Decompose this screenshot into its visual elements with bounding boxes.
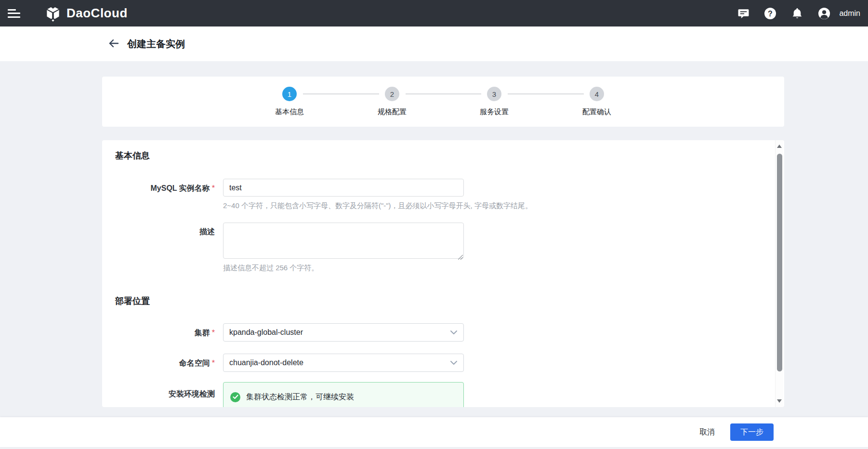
description-label: 描述 bbox=[102, 227, 218, 237]
chevron-down-icon bbox=[450, 330, 458, 335]
menu-toggle-icon[interactable] bbox=[8, 9, 20, 18]
next-step-button[interactable]: 下一步 bbox=[730, 423, 774, 441]
step-label: 基本信息 bbox=[251, 107, 328, 117]
cluster-label: 集群* bbox=[102, 328, 218, 338]
help-icon[interactable]: ? bbox=[764, 7, 776, 20]
namespace-label: 命名空间* bbox=[102, 358, 218, 369]
step-label: 规格配置 bbox=[354, 107, 431, 117]
step-label: 服务设置 bbox=[456, 107, 533, 117]
description-helper: 描述信息不超过 256 个字符。 bbox=[223, 264, 318, 273]
screen: DaoCloud ? bbox=[0, 0, 868, 449]
step-spec-config[interactable]: 2 规格配置 bbox=[354, 87, 431, 117]
svg-text:?: ? bbox=[768, 9, 773, 17]
page-title: 创建主备实例 bbox=[127, 38, 185, 51]
arrow-left-icon bbox=[108, 39, 119, 50]
required-mark: * bbox=[212, 359, 215, 367]
cluster-select-value: kpanda-global-cluster bbox=[229, 328, 303, 337]
step-number: 3 bbox=[487, 87, 501, 101]
step-basic-info[interactable]: 1 基本信息 bbox=[251, 87, 328, 117]
avatar[interactable] bbox=[818, 7, 830, 20]
scrollbar-thumb[interactable] bbox=[777, 154, 782, 371]
env-check-label: 安装环境检测 bbox=[102, 389, 218, 399]
back-button[interactable] bbox=[107, 37, 120, 51]
footer-actions: 取消 下一步 bbox=[0, 417, 868, 447]
required-mark: * bbox=[212, 184, 215, 192]
cluster-select[interactable]: kpanda-global-cluster bbox=[223, 323, 464, 342]
instance-name-label: MySQL 实例名称* bbox=[102, 184, 218, 194]
instance-name-helper: 2~40 个字符，只能包含小写字母、数字及分隔符("-")，且必须以小写字母开头… bbox=[223, 201, 532, 211]
step-number: 4 bbox=[590, 87, 604, 101]
step-confirm[interactable]: 4 配置确认 bbox=[558, 87, 635, 117]
username[interactable]: admin bbox=[839, 9, 860, 18]
env-check-result: 集群状态检测正常，可继续安装 bbox=[223, 382, 464, 407]
chevron-down-icon bbox=[450, 360, 458, 365]
section-deploy-location: 部署位置 bbox=[115, 295, 150, 307]
scroll-down-arrow-icon[interactable] bbox=[777, 399, 782, 403]
step-number: 2 bbox=[385, 87, 399, 101]
check-circle-icon bbox=[230, 392, 240, 402]
daocloud-cube-icon bbox=[44, 5, 62, 22]
instance-name-input[interactable] bbox=[223, 179, 464, 197]
section-basic-info: 基本信息 bbox=[115, 150, 150, 161]
topbar: DaoCloud ? bbox=[0, 0, 868, 26]
required-mark: * bbox=[212, 329, 215, 337]
form-card: 基本信息 MySQL 实例名称* 2~40 个字符，只能包含小写字母、数字及分隔… bbox=[102, 140, 784, 407]
env-check-message: 集群状态检测正常，可继续安装 bbox=[246, 392, 354, 402]
description-textarea[interactable] bbox=[223, 223, 464, 259]
stepper: 1 基本信息 2 规格配置 3 服务设置 4 配置确认 bbox=[102, 77, 784, 127]
topbar-actions: ? admin bbox=[737, 7, 868, 20]
scroll-up-arrow-icon[interactable] bbox=[777, 145, 782, 148]
notifications-bell-icon[interactable] bbox=[791, 7, 803, 20]
step-label: 配置确认 bbox=[558, 107, 635, 117]
namespace-select[interactable]: chuanjia-donot-delete bbox=[223, 354, 464, 372]
step-number: 1 bbox=[282, 87, 297, 101]
cancel-button[interactable]: 取消 bbox=[693, 423, 722, 441]
form-scrollbar[interactable] bbox=[775, 140, 783, 407]
brand-name: DaoCloud bbox=[66, 6, 128, 21]
step-service-settings[interactable]: 3 服务设置 bbox=[456, 87, 533, 117]
brand-logo[interactable]: DaoCloud bbox=[44, 5, 128, 22]
messages-icon[interactable] bbox=[737, 7, 750, 20]
page-header: 创建主备实例 bbox=[0, 26, 868, 61]
namespace-select-value: chuanjia-donot-delete bbox=[229, 358, 303, 367]
